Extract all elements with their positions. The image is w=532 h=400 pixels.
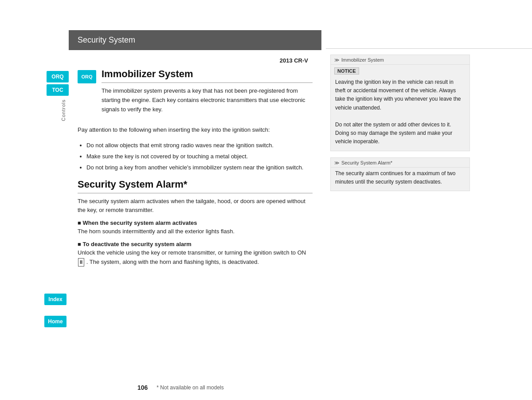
when-body: The horn sounds intermittently and all t… — [78, 227, 313, 236]
alarm-panel-text: The security alarm continues for a maxim… — [335, 169, 465, 186]
deactivate-body: Unlock the vehicle using the key or remo… — [78, 248, 313, 267]
alarm-panel-title: Security System Alarm* — [331, 158, 469, 168]
bullet-3: Do not bring a key from another vehicle'… — [86, 163, 313, 173]
immobilizer-title: Immobilizer System The immobilizer syste… — [102, 68, 313, 120]
deactivate-heading: To deactivate the security system alarm — [78, 241, 313, 247]
immobilizer-panel-body: Leaving the ignition key in the vehicle … — [331, 76, 469, 151]
bullet-1: Do not allow objects that emit strong ra… — [86, 141, 313, 150]
immobilizer-intro: The immobilizer system prevents a key th… — [102, 86, 313, 114]
index-button[interactable]: Index — [44, 294, 66, 305]
content-area: 2013 CR-V ORQ Immobilizer System The imm… — [69, 50, 532, 279]
when-heading: When the security system alarm activates — [78, 220, 313, 226]
sidebar: ORQ TOC Controls Index Home — [0, 0, 69, 400]
footer: 106 * Not available on all models — [137, 384, 224, 391]
vehicle-year: 2013 CR-V — [78, 57, 313, 64]
footer-note: * Not available on all models — [156, 384, 223, 391]
toc-button[interactable]: TOC — [47, 84, 69, 96]
notice-badge: NOTICE — [334, 67, 359, 75]
section-header: Security System — [69, 30, 321, 50]
alarm-intro: The security system alarm activates when… — [78, 197, 313, 216]
orq-button[interactable]: ORQ — [47, 71, 69, 82]
immobilizer-right-panel: Immobilizer System NOTICE Leaving the ig… — [330, 55, 470, 151]
main-content: Security System 2013 CR-V ORQ Immobilize… — [69, 0, 532, 400]
home-button[interactable]: Home — [44, 316, 66, 327]
left-content: 2013 CR-V ORQ Immobilizer System The imm… — [69, 50, 321, 279]
page-number: 106 — [137, 384, 148, 391]
immobilizer-panel-title: Immobilizer System — [331, 55, 469, 65]
controls-label: Controls — [61, 99, 66, 121]
immobilizer-bullets: Do not allow objects that emit strong ra… — [86, 141, 313, 172]
bullet-2: Make sure the key is not covered by or t… — [86, 152, 313, 161]
immobilizer-title-row: ORQ Immobilizer System The immobilizer s… — [78, 68, 313, 120]
orq-badge: ORQ — [78, 70, 96, 83]
alarm-panel-body: The security alarm continues for a maxim… — [331, 168, 469, 191]
attention-intro: Pay attention to the following when inse… — [78, 125, 313, 135]
right-content: Immobilizer System NOTICE Leaving the ig… — [326, 50, 477, 279]
extra-text: Do not alter the system or add other dev… — [335, 121, 465, 146]
ignition-icon: II — [78, 258, 84, 267]
alarm-right-panel: Security System Alarm* The security alar… — [330, 157, 470, 191]
page-container: ORQ TOC Controls Index Home Security Sys… — [0, 0, 532, 400]
notice-text: Leaving the ignition key in the vehicle … — [335, 78, 465, 112]
alarm-title: Security System Alarm* — [78, 179, 313, 193]
